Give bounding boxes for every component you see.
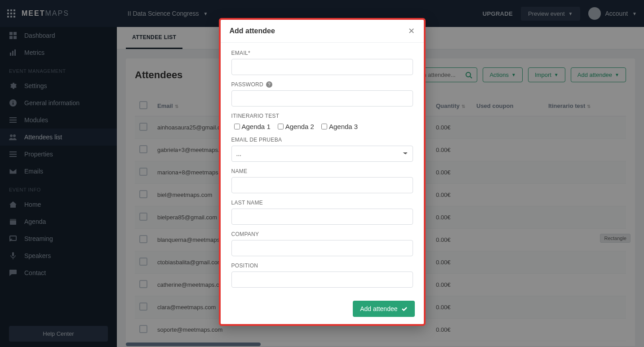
- checkbox-label: Agenda 2: [285, 123, 314, 130]
- label-email-prueba: EMAIL DE PRUEBA: [231, 137, 413, 143]
- label-password-text: PASSWORD: [231, 81, 264, 88]
- checkbox-input[interactable]: [278, 124, 284, 129]
- add-attendee-modal: Add attendee ✕ EMAIL* PASSWORD ? ITINERA…: [219, 18, 426, 326]
- checkbox-input[interactable]: [321, 124, 327, 129]
- checkbox-label: Agenda 3: [329, 123, 358, 130]
- checkbox-agenda2[interactable]: Agenda 2: [278, 123, 314, 130]
- company-field[interactable]: [231, 240, 413, 256]
- lastname-field[interactable]: [231, 209, 413, 225]
- label-company: COMPANY: [231, 231, 413, 237]
- label-lastname: LAST NAME: [231, 200, 413, 206]
- label-password: PASSWORD ?: [231, 81, 413, 88]
- help-icon[interactable]: ?: [266, 81, 272, 88]
- submit-add-attendee-button[interactable]: Add attendee: [353, 301, 414, 317]
- label-itinerario: ITINERARIO TEST: [231, 113, 413, 119]
- label-email: EMAIL*: [231, 50, 413, 56]
- checkbox-agenda1[interactable]: Agenda 1: [234, 123, 271, 130]
- submit-label: Add attendee: [360, 305, 397, 312]
- close-icon[interactable]: ✕: [408, 26, 415, 36]
- position-field[interactable]: [231, 271, 413, 288]
- modal-title: Add attendee: [230, 27, 275, 35]
- label-position: POSITION: [231, 262, 413, 269]
- checkbox-input[interactable]: [234, 124, 240, 129]
- label-name: NAME: [231, 168, 413, 174]
- name-field[interactable]: [231, 177, 413, 193]
- horizontal-scrollbar[interactable]: [126, 343, 261, 346]
- email-prueba-select[interactable]: ...: [231, 146, 413, 162]
- check-icon: [401, 306, 408, 312]
- email-field[interactable]: [231, 59, 413, 75]
- password-field[interactable]: [231, 90, 413, 107]
- checkbox-agenda3[interactable]: Agenda 3: [321, 123, 358, 130]
- checkbox-label: Agenda 1: [242, 123, 271, 130]
